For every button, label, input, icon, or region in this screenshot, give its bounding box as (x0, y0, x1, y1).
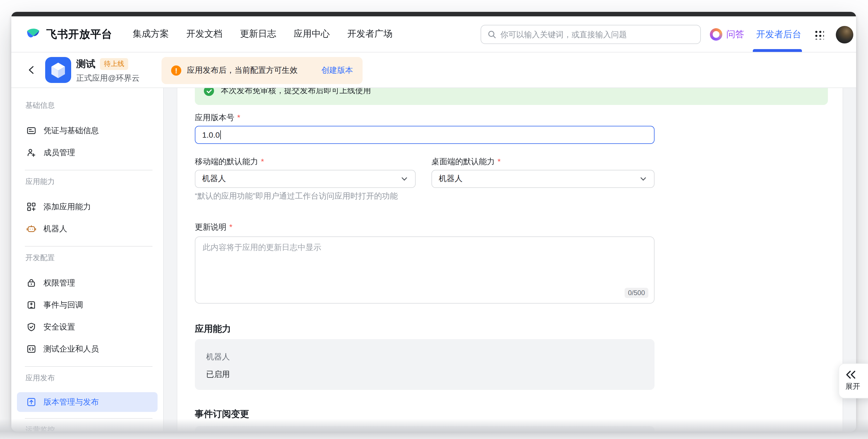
app-capability-heading: 应用能力 (195, 323, 231, 335)
robot-icon (27, 224, 36, 234)
sidebar-section-label: 开发配置 (25, 253, 163, 263)
chevron-down-icon (639, 175, 647, 183)
success-banner: 本次发布免审核，提交发布后即可上线使用 (195, 88, 828, 105)
apps-grid-icon[interactable] (814, 29, 824, 39)
window-titlebar (11, 12, 856, 16)
capability-status: 已启用 (206, 370, 230, 380)
success-check-icon (204, 88, 214, 96)
warning-icon: ! (171, 65, 181, 76)
sidebar-item[interactable]: 权限管理 (11, 272, 163, 294)
screenshot-stage: 飞书开放平台 集成方案 开发文档 更新日志 应用中心 开发者广场 (0, 0, 868, 439)
sidebar-item[interactable]: 机器人 (11, 218, 163, 240)
create-version-link[interactable]: 创建版本 (321, 65, 353, 76)
top-navbar: 飞书开放平台 集成方案 开发文档 更新日志 应用中心 开发者广场 (11, 16, 856, 53)
sidebar-item-label: 机器人 (43, 224, 67, 234)
grid-add-icon (27, 202, 36, 212)
brand[interactable]: 飞书开放平台 (25, 26, 113, 42)
app-capability-panel: 机器人 已启用 (195, 339, 654, 390)
success-banner-text: 本次发布免审核，提交发布后即可上线使用 (221, 88, 371, 96)
sidebar-divider (25, 246, 153, 246)
search-input[interactable] (500, 30, 694, 39)
desktop-capability-label: 桌面端的默认能力* (431, 157, 501, 167)
sidebar-section-label: 运营监控 (25, 425, 163, 431)
app-title-block: 测试 待上线 正式应用@环界云 (76, 58, 140, 83)
desktop-capability-select[interactable]: 机器人 (431, 170, 654, 188)
sidebar: 基础信息凭证与基础信息成员管理应用能力添加应用能力机器人开发配置权限管理事件与回… (11, 88, 164, 431)
nav-item-integration[interactable]: 集成方案 (133, 28, 169, 40)
search-icon (487, 30, 496, 39)
lock-icon (27, 278, 36, 288)
capability-name: 机器人 (206, 352, 230, 362)
publish-icon (27, 397, 36, 407)
publish-warning-banner: ! 应用发布后，当前配置方可生效 创建版本 (161, 57, 363, 84)
user-avatar[interactable] (836, 26, 853, 43)
event-subscription-heading: 事件订阅变更 (195, 408, 249, 420)
text-caret (220, 130, 221, 139)
id-card-icon (27, 126, 36, 135)
app-name: 测试 (76, 58, 95, 71)
primary-nav: 集成方案 开发文档 更新日志 应用中心 开发者广场 (133, 28, 410, 40)
sidebar-item[interactable]: 成员管理 (11, 142, 163, 164)
main-content: 本次发布免审核，提交发布后即可上线使用 应用版本号* 1.0.0 移动端的默认能… (177, 88, 843, 431)
sidebar-item-label: 测试企业和人员 (43, 344, 99, 354)
version-input[interactable]: 1.0.0 (195, 126, 654, 144)
char-counter: 0/500 (625, 288, 648, 298)
event-subscription-panel (195, 426, 654, 431)
update-notes-field: 0/500 (195, 236, 654, 304)
nav-item-app-center[interactable]: 应用中心 (294, 28, 330, 40)
active-tab-indicator (753, 49, 802, 52)
chevron-down-icon (400, 175, 408, 183)
app-header: 测试 待上线 正式应用@环界云 ! 应用发布后，当前配置方可生效 创建版本 (11, 53, 856, 88)
app-cube-icon (45, 57, 71, 83)
code-icon (27, 344, 36, 354)
expand-panel-button[interactable]: 展开 (839, 363, 868, 398)
mobile-capability-label: 移动端的默认能力* (195, 157, 264, 167)
warning-text: 应用发布后，当前配置方可生效 (187, 65, 298, 76)
sidebar-item[interactable]: 安全设置 (11, 316, 163, 338)
qa-gradient-ring-icon[interactable] (710, 28, 722, 41)
sidebar-item-label: 事件与回调 (43, 300, 83, 310)
version-label: 应用版本号* (195, 113, 240, 123)
mobile-capability-select[interactable]: 机器人 (195, 170, 416, 188)
qa-link[interactable]: 问答 (726, 29, 744, 40)
sidebar-item-label: 凭证与基础信息 (43, 126, 99, 136)
brand-name: 飞书开放平台 (46, 27, 113, 41)
member-add-icon (27, 148, 36, 158)
sidebar-item-label: 成员管理 (43, 147, 75, 158)
update-notes-textarea[interactable] (195, 237, 654, 303)
nav-item-dev-market[interactable]: 开发者广场 (347, 28, 393, 40)
sidebar-item[interactable]: 凭证与基础信息 (11, 120, 163, 142)
sidebar-divider (25, 170, 153, 170)
expand-label: 展开 (845, 381, 860, 392)
sidebar-section-label: 应用能力 (25, 177, 163, 187)
app-subtitle: 正式应用@环界云 (76, 73, 140, 83)
nav-item-docs[interactable]: 开发文档 (186, 28, 222, 40)
nav-item-changelog[interactable]: 更新日志 (240, 28, 276, 40)
status-badge: 待上线 (100, 58, 128, 70)
event-callback-icon (27, 300, 36, 310)
sidebar-item[interactable]: 添加应用能力 (11, 196, 163, 218)
global-search[interactable] (480, 25, 701, 44)
developer-console-link[interactable]: 开发者后台 (756, 29, 801, 40)
left-collapsed-rail (164, 88, 177, 431)
feishu-logo-icon (25, 26, 41, 42)
update-notes-label: 更新说明* (195, 222, 232, 233)
sidebar-divider (25, 418, 153, 419)
shield-check-icon (27, 322, 36, 332)
sidebar-item[interactable]: 事件与回调 (11, 294, 163, 316)
body-row: 基础信息凭证与基础信息成员管理应用能力添加应用能力机器人开发配置权限管理事件与回… (11, 88, 856, 431)
sidebar-section-label: 应用发布 (25, 373, 163, 383)
sidebar-divider (25, 366, 153, 367)
back-icon[interactable] (27, 64, 38, 76)
sidebar-item[interactable]: 版本管理与发布 (17, 392, 158, 412)
sidebar-item[interactable]: 测试企业和人员 (11, 338, 163, 360)
sidebar-item-label: 安全设置 (43, 322, 75, 332)
navbar-right-cluster: 问答 开发者后台 (480, 16, 853, 53)
browser-window: 飞书开放平台 集成方案 开发文档 更新日志 应用中心 开发者广场 (11, 12, 856, 432)
sidebar-item-label: 添加应用能力 (43, 202, 91, 212)
capability-hint: “默认的应用功能”即用户通过工作台访问应用时打开的功能 (195, 191, 398, 201)
sidebar-item-label: 版本管理与发布 (43, 397, 99, 407)
sidebar-section-label: 基础信息 (25, 100, 163, 111)
double-chevron-left-icon (845, 370, 856, 379)
sidebar-item-label: 权限管理 (43, 278, 75, 288)
